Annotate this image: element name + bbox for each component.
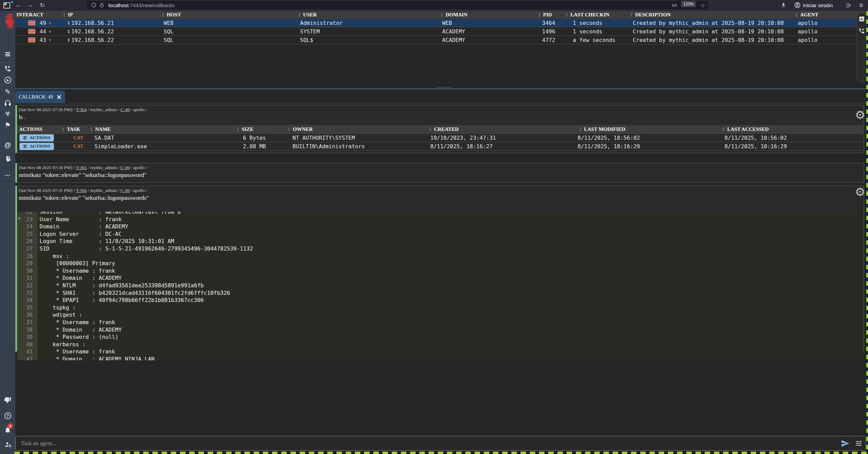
list-icon: ≡ xyxy=(23,135,27,141)
callbacks-toggle-phone-icon[interactable] xyxy=(858,28,865,34)
graph-view-icon[interactable] xyxy=(858,16,865,22)
callback-row[interactable]: 44 ▾ ↕192.168.56.22 SQL SYSTEM ACADEMY 1… xyxy=(15,27,868,36)
task-command: mimikatz "token::elevate" "sekurlsa::log… xyxy=(19,171,147,179)
domain-cell: WEB xyxy=(438,20,536,26)
task-id-link[interactable]: T-366 xyxy=(76,188,87,193)
file-name-cell: SA.DAT xyxy=(88,135,235,141)
response-settings-gear-icon[interactable]: ⚙ xyxy=(854,108,867,121)
line-number: 37 xyxy=(17,319,38,326)
column-header-domain[interactable]: ⋮DOMAIN xyxy=(438,11,536,19)
listeners-headphones-icon[interactable] xyxy=(0,98,15,107)
description-cell: Created by mythic_admin at 2025-08-19 20… xyxy=(628,37,793,43)
column-header-description[interactable]: ⋮DESCRIPTION xyxy=(628,11,793,19)
sidebar-toggle-icon[interactable] xyxy=(844,0,853,10)
finish-flag-icon[interactable]: ⚑ xyxy=(0,121,15,130)
column-header-interact[interactable]: INTERACT xyxy=(15,11,61,19)
send-task-icon[interactable] xyxy=(838,437,852,450)
callbacks-phone-icon[interactable] xyxy=(0,64,15,73)
last-checkin-cell: a few seconds xyxy=(563,37,628,43)
file-task-cell[interactable]: CAT xyxy=(60,135,88,141)
operator-settings-icon[interactable]: ⚙ xyxy=(0,440,15,449)
dropdown-caret-icon[interactable]: ▾ xyxy=(49,37,51,43)
file-column-modified[interactable]: ⋮LAST MODIFIED xyxy=(577,125,720,133)
active-tasks-icon[interactable]: ▶ xyxy=(0,76,15,85)
zoom-level-badge[interactable]: 120% xyxy=(681,1,696,7)
file-column-owner[interactable]: ⋮OWNER xyxy=(275,125,427,133)
callback-tab[interactable]: CALLBACK: 49 × xyxy=(15,91,65,103)
feedback-thumbs-down-icon[interactable] xyxy=(0,395,15,404)
sidebar-nav: ≡ ▶ ✎ ☣ ⚑ @ ••• ? 4 ⚙ xyxy=(0,10,15,454)
callback-id-link[interactable]: C-49 xyxy=(120,188,130,193)
task-command: mimikatz "token::elevate" "sekurlsa::log… xyxy=(19,194,149,201)
url-bar[interactable]: localhost:7443/new/callbacks x̄A ☆ xyxy=(87,1,708,9)
back-button[interactable]: ← xyxy=(14,0,23,10)
notifications-bell-icon[interactable]: 4 xyxy=(0,425,15,434)
last-checkin-cell: 1 seconds xyxy=(563,28,628,35)
file-actions-button[interactable]: ≡ACTIONS xyxy=(19,134,54,141)
file-column-task[interactable]: ⋮TASK xyxy=(60,125,88,133)
task-input[interactable] xyxy=(16,440,838,447)
keyboard-interact-icon[interactable] xyxy=(28,29,35,34)
callback-id-link[interactable]: C-49 xyxy=(120,165,130,170)
line-number: 33 xyxy=(17,289,38,297)
mythic-logo[interactable] xyxy=(0,12,15,31)
biohazard-icon[interactable]: ☣ xyxy=(0,109,15,118)
column-header-host[interactable]: ⋮HOST xyxy=(160,11,296,19)
line-number: 38 xyxy=(17,326,38,334)
keyboard-interact-icon[interactable] xyxy=(28,20,35,26)
callback-id-link[interactable]: C-49 xyxy=(120,107,130,112)
signin-button[interactable]: Iniciar sesión xyxy=(794,0,833,10)
file-size-cell: 6 Bytes xyxy=(235,135,275,141)
download-icon[interactable] xyxy=(779,0,788,10)
column-header-ip[interactable]: ⋮IP xyxy=(61,11,160,19)
console-line: 38 * Domain : ACADEMY xyxy=(17,326,863,334)
keyboard-interact-icon[interactable] xyxy=(28,37,35,43)
interact-cell: 49 ▾ xyxy=(15,20,61,26)
domain-cell: ACADEMY xyxy=(438,37,536,43)
task-id-link[interactable]: T-365 xyxy=(76,165,87,170)
file-column-accessed[interactable]: ⋮LAST ACCESSED xyxy=(720,125,856,133)
file-column-actions[interactable]: ACTIONS xyxy=(17,125,60,133)
console-line: 42 * Domain : ACADEMY.NINJA.LAN xyxy=(17,355,863,360)
task-options-sliders-icon[interactable] xyxy=(852,437,866,450)
browser-chrome: ← → ↻ localhost:7443/new/callbacks x̄A ☆… xyxy=(0,0,868,11)
callback-row[interactable]: 49 ▾ ↕192.168.56.21 WEB Administrator WE… xyxy=(15,19,868,27)
eventing-at-icon[interactable]: @ xyxy=(0,140,15,149)
expand-menu-icon[interactable]: ≡ xyxy=(0,49,15,58)
bookmark-star-icon[interactable]: ☆ xyxy=(700,2,705,9)
description-cell: Created by mythic_admin at 2025-08-19 20… xyxy=(628,28,793,35)
file-column-created[interactable]: ⋮CREATED xyxy=(427,125,577,133)
dropdown-caret-icon[interactable]: ▾ xyxy=(49,29,51,34)
notification-dot xyxy=(11,1,13,3)
column-header-last-checkin[interactable]: ⋮LAST CHECKIN xyxy=(563,11,628,19)
right-toolbar xyxy=(857,12,866,82)
response-settings-gear-icon[interactable]: ⚙ xyxy=(854,185,867,198)
dropdown-caret-icon[interactable]: ▾ xyxy=(49,20,51,26)
more-options-icon[interactable]: ••• xyxy=(0,171,15,180)
payloads-pencil-icon[interactable]: ✎ xyxy=(0,87,15,96)
translate-icon[interactable]: x̄A xyxy=(672,3,677,8)
forward-button[interactable]: → xyxy=(25,0,35,10)
help-icon[interactable]: ? xyxy=(0,411,15,420)
file-actions-button[interactable]: ≡ACTIONS xyxy=(19,143,54,150)
column-header-user[interactable]: ⋮USER xyxy=(296,11,438,19)
browser-menu-icon[interactable]: ≡ xyxy=(856,0,866,10)
window-icon[interactable] xyxy=(3,2,10,9)
callback-row[interactable]: 43 ▾ ↕192.168.56.22 SQL SQL$ ACADEMY 477… xyxy=(15,36,868,44)
interact-cell: 43 ▾ xyxy=(15,37,61,43)
file-column-size[interactable]: ⋮SIZE xyxy=(235,125,275,133)
task-id-link[interactable]: T-364 xyxy=(76,107,87,112)
sort-arrows-icon[interactable]: ↕ xyxy=(67,20,71,26)
console-line: 34 * DPAPI : 40f94c798b66ff22b1b081b3367… xyxy=(17,297,863,304)
column-header-pid[interactable]: ⋮PID xyxy=(536,11,563,19)
sort-arrows-icon[interactable]: ↕ xyxy=(67,37,71,43)
file-column-name[interactable]: ⋮NAME xyxy=(88,125,235,133)
code-fold-icon[interactable]: ∨ xyxy=(18,216,21,221)
column-drag-icon: ⋮ xyxy=(440,12,444,17)
close-tab-icon[interactable]: × xyxy=(56,94,62,100)
socks-proxy-icon[interactable] xyxy=(0,155,15,164)
reload-button[interactable]: ↻ xyxy=(38,0,47,10)
file-owner-cell: BUILTIN\Administrators xyxy=(275,143,427,150)
file-task-cell[interactable]: CAT xyxy=(60,143,88,149)
sort-arrows-icon[interactable]: ↕ xyxy=(67,29,71,34)
